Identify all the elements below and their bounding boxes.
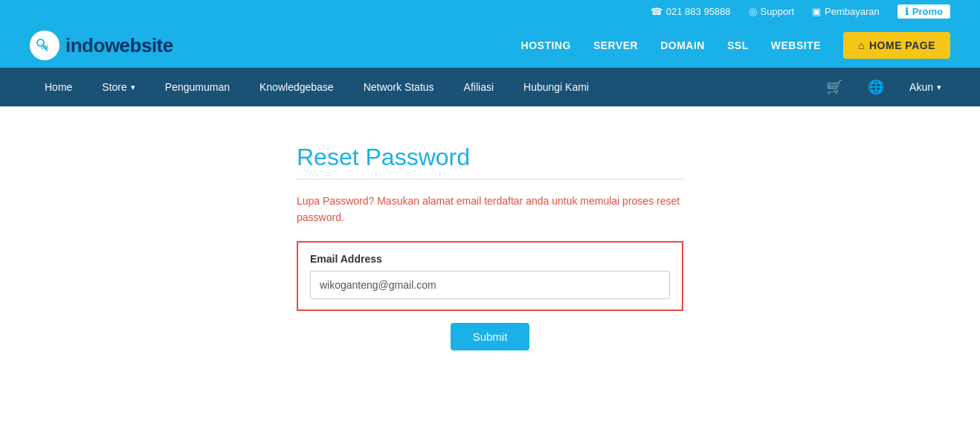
email-label: Email Address — [310, 253, 670, 265]
nav-ssl[interactable]: SSL — [727, 39, 749, 51]
nav-website[interactable]: WEBSITE — [771, 39, 821, 51]
email-field-box: Email Address — [297, 241, 683, 311]
promo-icon: ℹ — [905, 6, 909, 17]
payment-item[interactable]: ▣ Pembayaran — [812, 6, 880, 17]
logo-text-dark: indo — [65, 34, 105, 57]
nav-hosting[interactable]: HOSTING — [521, 39, 571, 51]
top-bar: ☎ 021 883 95888 ◎ Support ▣ Pembayaran ℹ… — [0, 0, 980, 23]
nav-item-network-status[interactable]: Network Status — [349, 68, 449, 106]
akun-label: Akun — [909, 81, 933, 93]
akun-chevron-icon: ▾ — [937, 83, 941, 92]
payment-label: Pembayaran — [825, 6, 880, 17]
logo-text: indowebsite — [65, 34, 173, 57]
logo-svg: iw — [31, 32, 58, 59]
nav-server[interactable]: SERVER — [593, 39, 638, 51]
globe-icon: 🌐 — [868, 79, 884, 95]
globe-button[interactable]: 🌐 — [859, 71, 893, 103]
nav-domain[interactable]: DOMAIN — [660, 39, 705, 51]
nav-items: Home Store ▾ Pengumuman Knowledgebase Ne… — [30, 68, 604, 106]
promo-item[interactable]: ℹ Promo — [897, 4, 950, 19]
phone-icon: ☎ — [651, 6, 663, 17]
header: iw indowebsite HOSTING SERVER DOMAIN SSL… — [0, 23, 980, 68]
logo-icon: iw — [30, 31, 59, 60]
reset-description: Lupa Password? Masukan alamat email terd… — [297, 193, 683, 226]
svg-text:iw: iw — [41, 43, 49, 51]
support-label: Support — [761, 6, 795, 17]
title-divider — [297, 179, 683, 179]
homepage-button[interactable]: ⌂ HOME PAGE — [843, 32, 950, 59]
payment-icon: ▣ — [812, 6, 821, 17]
homepage-icon: ⌂ — [858, 39, 865, 51]
submit-button[interactable]: Submit — [451, 323, 530, 350]
support-item[interactable]: ◎ Support — [749, 6, 795, 17]
header-nav: HOSTING SERVER DOMAIN SSL WEBSITE ⌂ HOME… — [521, 32, 950, 59]
chevron-down-icon: ▾ — [131, 83, 135, 92]
akun-button[interactable]: Akun ▾ — [900, 68, 950, 106]
reset-form-container: Reset Password Lupa Password? Masukan al… — [297, 144, 683, 350]
homepage-label: HOME PAGE — [869, 39, 935, 51]
nav-item-store[interactable]: Store ▾ — [87, 68, 149, 106]
nav-bar: Home Store ▾ Pengumuman Knowledgebase Ne… — [0, 68, 980, 106]
email-input[interactable] — [310, 271, 670, 299]
main-content: Reset Password Lupa Password? Masukan al… — [0, 106, 980, 389]
nav-right: 🛒 🌐 Akun ▾ — [817, 68, 950, 106]
support-icon: ◎ — [749, 6, 757, 17]
nav-item-pengumuman[interactable]: Pengumuman — [150, 68, 245, 106]
phone-item[interactable]: ☎ 021 883 95888 — [651, 6, 731, 17]
network-status-label: Network Status — [364, 81, 434, 93]
logo-text-light: website — [105, 34, 173, 57]
promo-label: Promo — [912, 6, 943, 17]
submit-btn-wrap: Submit — [297, 323, 683, 350]
cart-button[interactable]: 🛒 — [817, 71, 851, 103]
page-title: Reset Password — [297, 144, 683, 171]
cart-icon: 🛒 — [826, 79, 842, 95]
nav-item-knowledgebase[interactable]: Knowledgebase — [245, 68, 349, 106]
nav-item-hubungi-kami[interactable]: Hubungi Kami — [509, 68, 604, 106]
nav-item-afiliasi[interactable]: Afiliasi — [449, 68, 509, 106]
phone-number: 021 883 95888 — [666, 6, 731, 17]
logo-area[interactable]: iw indowebsite — [30, 31, 173, 60]
nav-item-home[interactable]: Home — [30, 68, 87, 106]
